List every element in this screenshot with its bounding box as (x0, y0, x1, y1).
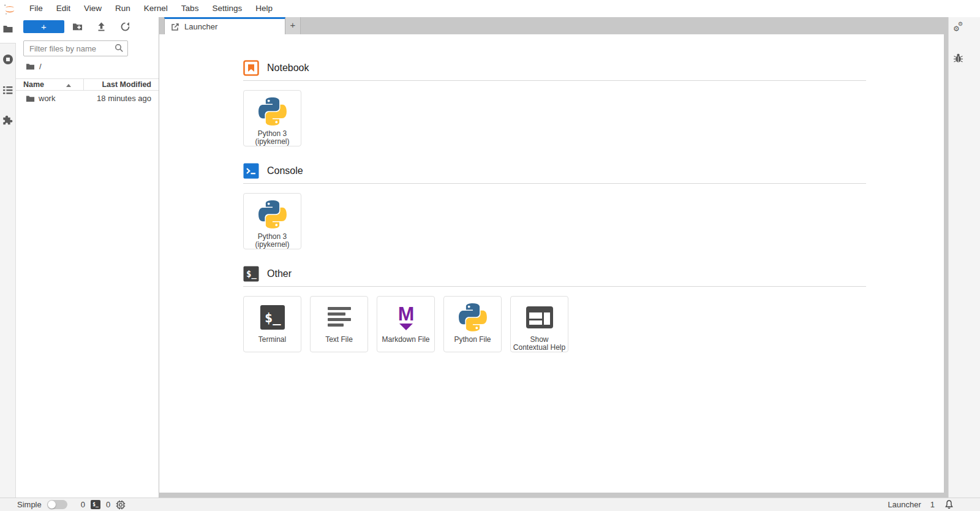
section-title-console: Console (267, 165, 303, 176)
debugger-bug-icon[interactable] (953, 53, 964, 64)
left-activity-bar-lower (0, 43, 16, 498)
running-kernels-tab running-kernels-icon[interactable] (2, 54, 13, 65)
terminal-icon[interactable]: $_ (91, 500, 100, 509)
table-of-contents-tab table-of-contents-icon[interactable] (2, 85, 13, 96)
bell-icon[interactable] (944, 499, 954, 510)
column-header-last-modified[interactable]: Last Modified (102, 80, 151, 89)
card-label: Markdown File (380, 336, 431, 344)
svg-text:M: M (398, 303, 414, 325)
card-label: Terminal (257, 336, 288, 344)
card-label: Show Contextual Help (511, 336, 568, 352)
menu-view[interactable]: View (77, 0, 108, 17)
folder-icon (26, 94, 35, 103)
menu-file[interactable]: File (23, 0, 50, 17)
search-icon (115, 44, 124, 53)
launcher-card-show-contextual-help[interactable]: Show Contextual Help (510, 296, 568, 352)
toggle-knob (48, 501, 56, 509)
simple-mode-toggle[interactable] (47, 500, 67, 509)
section-other: $_ Other $_ Terminal (243, 265, 866, 352)
menu-bar: File Edit View Run Kernel Tabs Settings … (0, 0, 980, 17)
card-label: Python File (452, 336, 492, 344)
file-last-modified: 18 minutes ago (97, 94, 151, 103)
section-title-notebook: Notebook (267, 62, 309, 74)
left-activity-bar (0, 17, 16, 498)
section-divider (243, 286, 866, 287)
section-divider (243, 183, 866, 184)
file-browser-panel: + / Name (16, 17, 159, 498)
menu-settings[interactable]: Settings (205, 0, 249, 17)
launcher-card-terminal[interactable]: $_ Terminal (243, 296, 301, 352)
card-label: Python 3 (ipykernel) (244, 130, 301, 146)
section-divider (243, 80, 866, 81)
upload-icon[interactable] (96, 21, 107, 32)
extensions-tab extensions-puzzle-icon[interactable] (2, 115, 13, 126)
terminal-icon: $_ (260, 303, 285, 332)
breadcrumb-root[interactable]: / (39, 62, 42, 71)
card-label: Python 3 (ipykernel) (244, 233, 301, 249)
kernel-chip-icon[interactable] (116, 500, 126, 510)
breadcrumb[interactable]: / (26, 62, 42, 71)
contextual-help-icon (526, 303, 554, 332)
svg-text:$_: $_ (246, 269, 257, 279)
file-browser-tab folder-icon[interactable] (2, 23, 13, 34)
launcher-card-console-python3[interactable]: Python 3 (ipykernel) (243, 193, 301, 249)
python-logo-icon (459, 303, 487, 332)
property-inspector-gears-icon[interactable]: ⚙ ⚙ (953, 22, 964, 33)
launcher-card-markdown-file[interactable]: M Markdown File (377, 296, 435, 352)
section-title-other: Other (267, 268, 292, 279)
launcher-card-python-file[interactable]: Python File (443, 296, 502, 352)
menu-run[interactable]: Run (108, 0, 137, 17)
status-bar: Simple 0 $_ 0 Launcher 1 (0, 498, 980, 511)
card-label: Text File (323, 336, 355, 344)
file-name: work (39, 94, 55, 103)
launcher-card-notebook-python3[interactable]: Python 3 (ipykernel) (243, 90, 301, 146)
dock-panel: Launcher + Notebook (159, 17, 948, 498)
svg-text:$_: $_ (265, 310, 281, 325)
menu-edit[interactable]: Edit (50, 0, 77, 17)
launcher-panel: Notebook Python 3 (ipykernel) (159, 34, 944, 493)
kernel-count[interactable]: 0 (106, 500, 110, 509)
new-folder-icon[interactable] (72, 21, 83, 32)
python-logo-icon (258, 97, 287, 126)
tab-launcher[interactable]: Launcher (164, 17, 285, 34)
console-icon (243, 163, 259, 179)
status-context-label: Launcher (888, 500, 921, 509)
new-launcher-button[interactable]: + (23, 20, 64, 33)
notebook-icon (243, 60, 259, 76)
text-file-icon (326, 303, 353, 332)
launcher-icon (171, 23, 179, 31)
launcher-card-text-file[interactable]: Text File (310, 296, 368, 352)
section-notebook: Notebook Python 3 (ipykernel) (243, 59, 866, 146)
terminal-count[interactable]: 0 (81, 500, 85, 509)
folder-icon (26, 62, 35, 70)
section-console: Console Python 3 (ipykernel) (243, 162, 866, 249)
right-activity-bar: ⚙ ⚙ (948, 17, 980, 498)
terminal-icon: $_ (243, 266, 259, 282)
refresh-icon[interactable] (120, 21, 130, 32)
filter-files-box (23, 40, 128, 56)
python-logo-icon (258, 200, 287, 229)
file-row-work[interactable]: work 18 minutes ago (16, 91, 159, 107)
file-listing-header: Name Last Modified (16, 78, 159, 91)
column-divider (83, 79, 84, 90)
menu-kernel[interactable]: Kernel (137, 0, 175, 17)
tab-bar: Launcher + (159, 17, 948, 34)
jupyter-logo-icon (3, 2, 17, 16)
markdown-file-icon: M (391, 303, 421, 332)
caret-up-icon (66, 84, 71, 87)
menu-tabs[interactable]: Tabs (175, 0, 206, 17)
filter-files-input[interactable] (23, 40, 128, 56)
menu-help[interactable]: Help (249, 0, 279, 17)
column-header-name[interactable]: Name (23, 80, 44, 89)
add-tab-button[interactable]: + (285, 17, 301, 34)
tab-launcher-label: Launcher (184, 22, 217, 31)
simple-mode-label: Simple (17, 500, 42, 509)
notifications-count[interactable]: 1 (930, 500, 935, 509)
